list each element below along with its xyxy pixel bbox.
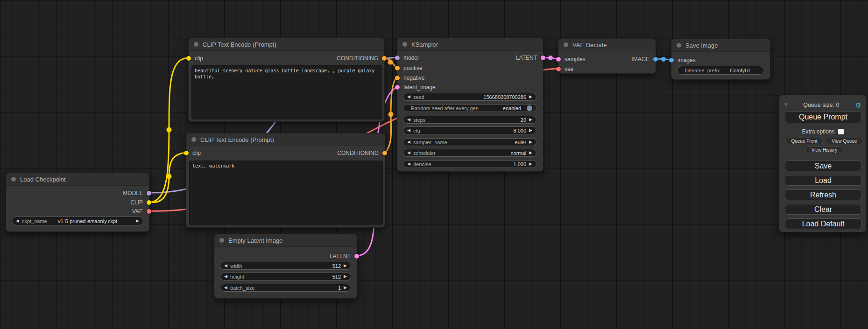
collapse-dot-icon[interactable]: [677, 43, 681, 48]
conditioning-output-slot[interactable]: [382, 151, 387, 155]
node-titlebar[interactable]: CLIP Text Encode (Prompt): [186, 133, 385, 146]
widget-value: 512: [332, 274, 341, 280]
cfg-widget[interactable]: ◀ cfg 8.000 ▶: [403, 126, 536, 134]
io-row: positive: [397, 64, 543, 72]
latent-image-input-slot[interactable]: [395, 85, 400, 90]
node-load-checkpoint[interactable]: Load Checkpoint MODEL CLIP VAE ◀ ckpt_na…: [6, 173, 149, 232]
vae-input-slot[interactable]: [556, 67, 561, 71]
decrement-arrow-icon[interactable]: ◀: [224, 264, 227, 268]
steps-widget[interactable]: ◀ steps 20 ▶: [403, 116, 536, 124]
negative-input-slot[interactable]: [395, 76, 400, 80]
filename-prefix-widget[interactable]: filename_prefix ComfyUI: [677, 66, 764, 75]
seed-widget[interactable]: ◀ seed 156680208700286 ▶: [403, 93, 536, 101]
scheduler-widget[interactable]: ◀ scheduler normal ▶: [403, 149, 536, 157]
drag-handle-icon[interactable]: ⠿: [784, 102, 787, 108]
io-row: vae: [558, 65, 656, 73]
node-vae-decode[interactable]: VAE Decode samples IMAGE vae: [558, 38, 656, 74]
decrement-arrow-icon[interactable]: ◀: [224, 286, 227, 290]
decrement-arrow-icon[interactable]: ◀: [407, 140, 410, 144]
increment-arrow-icon[interactable]: ▶: [529, 140, 532, 144]
collapse-dot-icon[interactable]: [564, 42, 568, 47]
output-label: LATENT: [516, 55, 537, 61]
vae-output-slot[interactable]: [147, 209, 151, 214]
extra-options-label: Extra options: [802, 128, 834, 135]
negative-prompt-textarea[interactable]: text, watermark: [189, 161, 383, 225]
conditioning-output-slot[interactable]: [382, 56, 387, 61]
decrement-arrow-icon[interactable]: ◀: [224, 274, 227, 279]
increment-arrow-icon[interactable]: ▶: [344, 274, 347, 279]
model-output-slot[interactable]: [147, 191, 151, 196]
increment-arrow-icon[interactable]: ▶: [529, 162, 532, 166]
node-title: Empty Latent Image: [228, 237, 282, 244]
clip-output-slot[interactable]: [147, 200, 151, 205]
node-ksampler[interactable]: KSampler model LATENT positive negative …: [397, 38, 543, 172]
increment-arrow-icon[interactable]: ▶: [344, 264, 347, 268]
collapse-dot-icon[interactable]: [11, 177, 16, 182]
batch-size-widget[interactable]: ◀ batch_size 1 ▶: [220, 284, 351, 292]
decrement-arrow-icon[interactable]: ◀: [16, 219, 19, 223]
positive-prompt-textarea[interactable]: beautiful scenery nature glass bottle la…: [191, 65, 382, 119]
node-clip-text-encode-negative[interactable]: CLIP Text Encode (Prompt) clip CONDITION…: [186, 133, 385, 228]
collapse-dot-icon[interactable]: [194, 42, 198, 47]
increment-arrow-icon[interactable]: ▶: [136, 219, 139, 223]
widget-label: sampler_name: [413, 140, 447, 145]
node-titlebar[interactable]: CLIP Text Encode (Prompt): [189, 38, 384, 51]
decrement-arrow-icon[interactable]: ◀: [407, 151, 410, 155]
images-input-slot[interactable]: [669, 58, 674, 63]
decrement-arrow-icon[interactable]: ◀: [407, 118, 410, 122]
clear-button[interactable]: Clear: [785, 204, 861, 215]
latent-output-slot[interactable]: [541, 56, 545, 60]
node-titlebar[interactable]: Save Image: [671, 39, 770, 52]
refresh-button[interactable]: Refresh: [785, 189, 861, 200]
decrement-arrow-icon[interactable]: ◀: [407, 128, 410, 133]
increment-arrow-icon[interactable]: ▶: [344, 286, 347, 290]
view-history-button[interactable]: View History: [805, 147, 844, 153]
node-empty-latent-image[interactable]: Empty Latent Image LATENT ◀ width 512 ▶ …: [214, 234, 357, 299]
collapse-dot-icon[interactable]: [219, 238, 224, 243]
increment-arrow-icon[interactable]: ▶: [529, 128, 532, 133]
node-clip-text-encode-positive[interactable]: CLIP Text Encode (Prompt) clip CONDITION…: [188, 38, 385, 122]
queue-prompt-button[interactable]: Queue Prompt: [785, 111, 861, 123]
image-output-slot[interactable]: [653, 57, 658, 62]
link-dot: [661, 57, 666, 62]
clip-input-slot[interactable]: [186, 56, 191, 61]
increment-arrow-icon[interactable]: ▶: [529, 151, 532, 155]
node-graph-canvas[interactable]: Load Checkpoint MODEL CLIP VAE ◀ ckpt_na…: [0, 0, 868, 329]
output-row: MODEL: [6, 189, 149, 197]
positive-input-slot[interactable]: [395, 66, 400, 70]
latent-output-slot[interactable]: [354, 254, 359, 259]
view-queue-button[interactable]: View Queue: [826, 138, 863, 144]
decrement-arrow-icon[interactable]: ◀: [407, 162, 410, 166]
width-widget[interactable]: ◀ width 512 ▶: [220, 262, 351, 270]
widget-label: cfg: [413, 128, 420, 133]
collapse-dot-icon[interactable]: [191, 137, 196, 142]
widget-label: denoise: [413, 161, 431, 167]
decrement-arrow-icon[interactable]: ◀: [407, 95, 410, 99]
random-seed-widget[interactable]: Random seed after every gen enabled: [403, 104, 536, 112]
height-widget[interactable]: ◀ height 512 ▶: [220, 273, 351, 280]
samples-input-slot[interactable]: [556, 57, 561, 62]
random-seed-toggle[interactable]: [527, 105, 532, 111]
denoise-widget[interactable]: ◀ denoise 1.000 ▶: [403, 160, 536, 168]
increment-arrow-icon[interactable]: ▶: [529, 95, 532, 99]
node-titlebar[interactable]: Empty Latent Image: [214, 234, 357, 247]
node-save-image[interactable]: Save Image images filename_prefix ComfyU…: [671, 39, 770, 80]
widget-value: ComfyUI: [730, 68, 750, 73]
ckpt-name-widget[interactable]: ◀ ckpt_name v1-5-pruned-emaonly.ckpt ▶: [12, 217, 143, 225]
settings-gear-icon[interactable]: ⚙: [855, 102, 861, 109]
sampler-name-widget[interactable]: ◀ sampler_name euler ▶: [403, 138, 536, 146]
queue-front-button[interactable]: Queue Front: [785, 138, 823, 144]
model-input-slot[interactable]: [395, 56, 400, 60]
save-button[interactable]: Save: [785, 161, 861, 171]
node-titlebar[interactable]: Load Checkpoint: [6, 173, 149, 186]
extra-options-checkbox[interactable]: [838, 129, 844, 134]
load-default-button[interactable]: Load Default: [785, 218, 861, 229]
node-titlebar[interactable]: KSampler: [397, 38, 543, 51]
increment-arrow-icon[interactable]: ▶: [529, 118, 532, 122]
collapse-dot-icon[interactable]: [402, 42, 407, 47]
node-titlebar[interactable]: VAE Decode: [558, 39, 656, 51]
output-label: MODEL: [123, 190, 143, 196]
output-label: LATENT: [330, 253, 351, 259]
clip-input-slot[interactable]: [184, 151, 189, 155]
load-button[interactable]: Load: [785, 175, 861, 186]
